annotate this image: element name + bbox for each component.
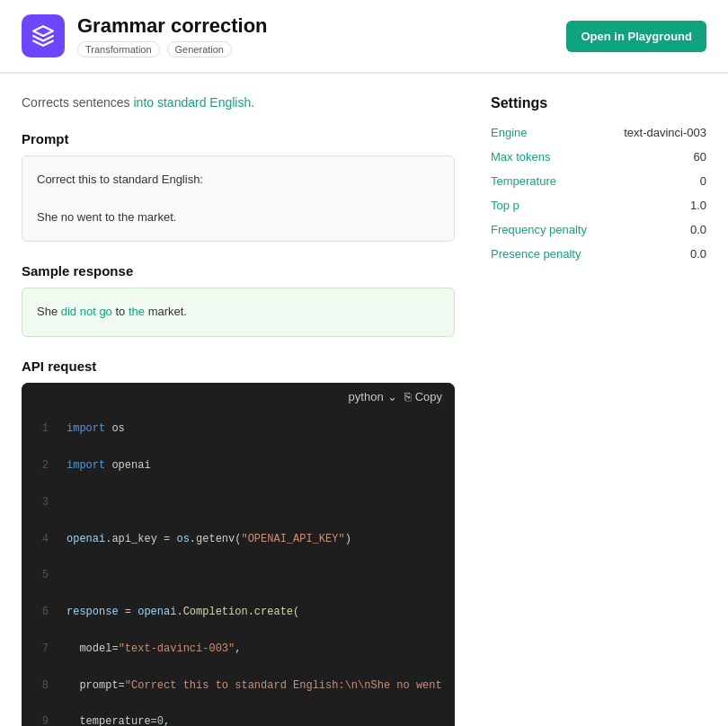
setting-value-frequency-penalty: 0.0 <box>690 223 706 236</box>
language-selector[interactable]: python ⌄ <box>349 390 397 403</box>
setting-value-top-p: 1.0 <box>690 199 706 212</box>
code-block: python ⌄ ⎘ Copy 1import os 2import opena… <box>22 383 455 726</box>
setting-label-top-p: Top p <box>491 199 519 212</box>
top-bar: Grammar correction Transformation Genera… <box>0 0 728 73</box>
setting-value-temperature: 0 <box>700 174 706 188</box>
setting-row-max-tokens: Max tokens 60 <box>491 150 706 164</box>
language-label: python <box>349 390 384 403</box>
code-body: 1import os 2import openai 3 4openai.api_… <box>22 411 455 726</box>
setting-label-engine: Engine <box>491 126 527 139</box>
setting-value-presence-penalty: 0.0 <box>690 247 706 261</box>
prompt-box: Correct this to standard English: She no… <box>22 155 455 242</box>
app-icon <box>22 14 65 58</box>
right-panel: Settings Engine text-davinci-003 Max tok… <box>491 95 706 726</box>
api-request-title: API request <box>22 359 455 374</box>
sample-response-box: She did not go to the market. <box>22 288 455 337</box>
setting-label-temperature: Temperature <box>491 174 556 188</box>
setting-value-max-tokens: 60 <box>694 150 706 164</box>
badge-generation: Generation <box>167 41 232 58</box>
code-header: python ⌄ ⎘ Copy <box>22 383 455 411</box>
setting-row-presence-penalty: Presence penalty 0.0 <box>491 247 706 261</box>
setting-row-temperature: Temperature 0 <box>491 174 706 188</box>
title-text: Grammar correction Transformation Genera… <box>77 14 268 58</box>
page-title: Grammar correction <box>77 14 268 38</box>
setting-row-frequency-penalty: Frequency penalty 0.0 <box>491 223 706 236</box>
api-request-section: API request python ⌄ ⎘ Copy 1import os 2… <box>22 359 455 726</box>
copy-icon: ⎘ <box>404 390 412 403</box>
copy-label: Copy <box>415 390 442 403</box>
description: Corrects sentences into standard English… <box>22 95 455 110</box>
settings-title: Settings <box>491 95 706 111</box>
left-panel: Corrects sentences into standard English… <box>22 95 455 726</box>
setting-label-max-tokens: Max tokens <box>491 150 550 164</box>
main-content: Corrects sentences into standard English… <box>0 74 728 726</box>
open-playground-button[interactable]: Open in Playground <box>566 21 706 52</box>
badge-transformation: Transformation <box>77 41 160 58</box>
chevron-down-icon: ⌄ <box>387 390 397 403</box>
prompt-section: Prompt Correct this to standard English:… <box>22 131 455 242</box>
sample-response-section: Sample response She did not go to the ma… <box>22 263 455 337</box>
prompt-line2: She no went to the market. <box>37 208 439 227</box>
prompt-section-title: Prompt <box>22 131 455 146</box>
setting-value-engine: text-davinci-003 <box>624 126 706 139</box>
setting-label-frequency-penalty: Frequency penalty <box>491 223 587 236</box>
copy-button[interactable]: ⎘ Copy <box>404 390 442 403</box>
setting-label-presence-penalty: Presence penalty <box>491 247 581 261</box>
prompt-line1: Correct this to standard English: <box>37 171 439 190</box>
setting-row-top-p: Top p 1.0 <box>491 199 706 212</box>
title-section: Grammar correction Transformation Genera… <box>22 14 268 58</box>
badges: Transformation Generation <box>77 41 268 58</box>
sample-response-title: Sample response <box>22 263 455 279</box>
setting-row-engine: Engine text-davinci-003 <box>491 126 706 139</box>
